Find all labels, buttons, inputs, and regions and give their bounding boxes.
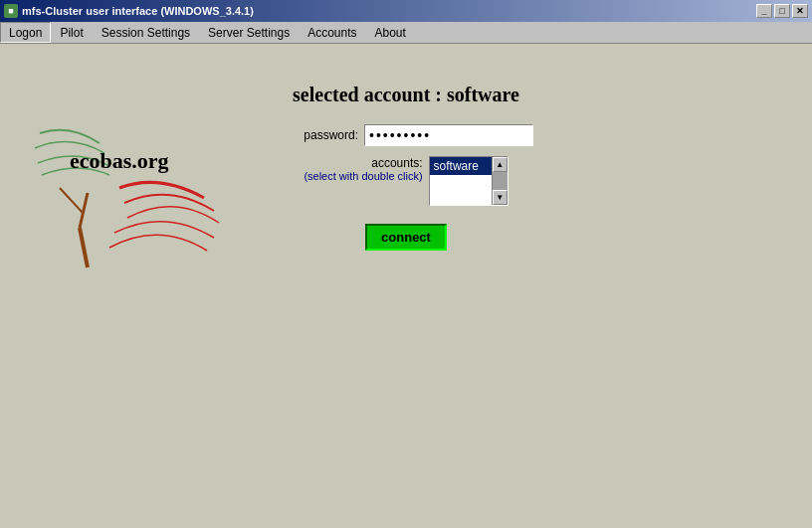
logo-area: ecobas.org	[20, 93, 239, 292]
title-bar-controls: _ □ ✕	[756, 4, 808, 18]
accounts-area: accounts: (select with double click) sof…	[304, 156, 508, 206]
logo-text: ecobas.org	[70, 148, 169, 174]
logo-svg	[20, 93, 239, 292]
svg-line-0	[80, 228, 88, 267]
minimize-button[interactable]: _	[756, 4, 772, 18]
menu-about[interactable]: About	[366, 22, 415, 43]
menu-logon[interactable]: Logon	[0, 22, 51, 43]
title-bar-text: mfs-Cluster user interface (WINDOWS_3.4.…	[22, 5, 254, 17]
accounts-label-group: accounts: (select with double click)	[304, 156, 422, 182]
listbox-scrollbar: ▲ ▼	[492, 157, 508, 205]
menu-pilot[interactable]: Pilot	[51, 22, 92, 43]
svg-line-2	[60, 188, 83, 213]
title-bar-left: ■ mfs-Cluster user interface (WINDOWS_3.…	[4, 4, 254, 18]
menu-session-settings[interactable]: Session Settings	[93, 22, 199, 43]
form-area: selected account : software password: ac…	[279, 84, 533, 251]
menu-server-settings[interactable]: Server Settings	[199, 22, 299, 43]
accounts-listbox[interactable]: software ▲ ▼	[429, 156, 508, 206]
listbox-content: software	[430, 157, 492, 205]
accounts-label: accounts:	[343, 156, 423, 170]
connect-button[interactable]: connect	[365, 224, 447, 251]
account-item-empty[interactable]	[430, 175, 492, 179]
accounts-hint: (select with double click)	[304, 170, 422, 182]
password-input[interactable]	[364, 124, 533, 146]
password-row: password:	[279, 124, 533, 146]
menu-accounts[interactable]: Accounts	[299, 22, 365, 43]
scroll-up-button[interactable]: ▲	[493, 157, 508, 172]
title-bar: ■ mfs-Cluster user interface (WINDOWS_3.…	[0, 0, 812, 22]
app-icon: ■	[4, 4, 18, 18]
maximize-button[interactable]: □	[774, 4, 790, 18]
password-label: password:	[279, 128, 358, 142]
scroll-track	[493, 172, 508, 190]
scroll-down-button[interactable]: ▼	[493, 190, 508, 205]
close-button[interactable]: ✕	[792, 4, 808, 18]
main-content: ecobas.org selected account : software p…	[0, 44, 812, 528]
menu-bar: Logon Pilot Session Settings Server Sett…	[0, 22, 812, 44]
account-item-software[interactable]: software	[430, 157, 492, 175]
form-title: selected account : software	[293, 84, 519, 106]
